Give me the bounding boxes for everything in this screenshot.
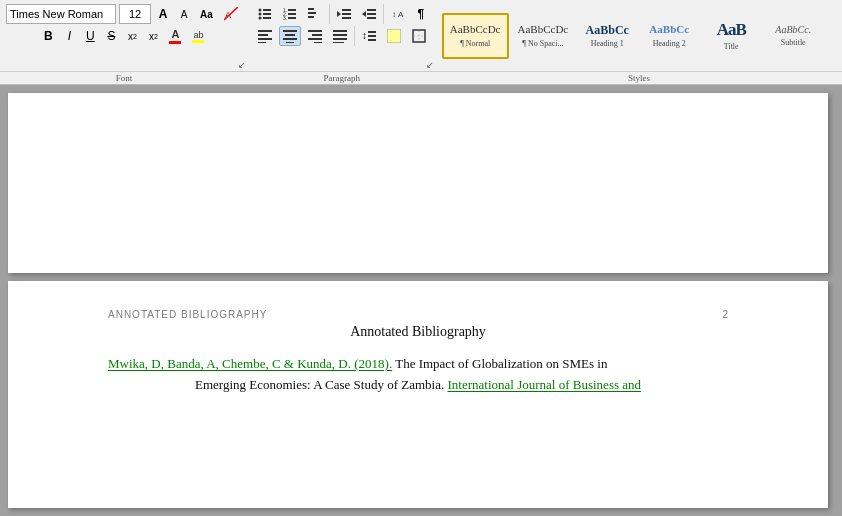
paragraph-expand-btn[interactable]: ↙ (426, 60, 434, 70)
align-center-btn[interactable] (279, 26, 301, 46)
header-text: ANNOTATED BIBLIOGRAPHY (108, 309, 267, 320)
document-area: ANNOTATED BIBLIOGRAPHY 2 Annotated Bibli… (0, 85, 842, 516)
svg-text:↕: ↕ (392, 10, 396, 19)
page-number: 2 (722, 309, 728, 320)
svg-rect-16 (308, 16, 314, 18)
increase-indent-btn[interactable] (358, 4, 380, 24)
page-content[interactable]: Annotated Bibliography Mwika, D, Banda, … (58, 324, 778, 396)
styles-group: AaBbCcDc ¶ Normal AaBbCcDc ¶ No Spaci...… (436, 0, 842, 84)
svg-rect-33 (283, 38, 297, 40)
bib-text-1: The Impact of Globalization on SMEs in (392, 356, 607, 371)
svg-text:A: A (398, 10, 404, 19)
svg-marker-21 (362, 11, 366, 17)
svg-rect-18 (342, 9, 351, 11)
sort-btn[interactable]: ↕A (387, 4, 409, 24)
svg-rect-27 (258, 30, 272, 32)
svg-rect-24 (367, 17, 376, 19)
svg-rect-15 (308, 12, 316, 14)
page-1 (8, 93, 828, 273)
svg-rect-39 (333, 30, 347, 32)
bib-authors: Mwika, D, Banda, A, Chembe, C & Kunda, D… (108, 356, 392, 371)
svg-text:3.: 3. (283, 15, 287, 21)
bib-entry-2[interactable]: Emerging Economies: A Case Study of Zamb… (108, 375, 728, 396)
font-shrink-btn[interactable]: A (175, 4, 193, 24)
italic-btn[interactable]: I (60, 26, 78, 46)
pilcrow-btn[interactable]: ¶ (412, 4, 430, 24)
svg-rect-28 (258, 34, 268, 36)
subscript-btn[interactable]: x2 (123, 26, 141, 46)
font-name-input[interactable] (6, 4, 116, 24)
svg-rect-14 (308, 8, 314, 10)
svg-rect-44 (368, 31, 376, 33)
svg-rect-34 (286, 42, 294, 43)
multilevel-btn[interactable] (304, 4, 326, 24)
decrease-indent-btn[interactable] (333, 4, 355, 24)
svg-rect-13 (288, 17, 296, 19)
borders-btn[interactable] (408, 26, 430, 46)
font-group: A A Aa A B I U S x2 x2 A (0, 0, 248, 84)
page-header: ANNOTATED BIBLIOGRAPHY 2 (58, 301, 778, 324)
style-normal[interactable]: AaBbCcDc ¶ Normal (442, 13, 509, 59)
justify-btn[interactable] (329, 26, 351, 46)
style-title[interactable]: AaB Title (701, 13, 761, 59)
svg-rect-9 (288, 9, 296, 11)
font-grow-btn[interactable]: A (154, 4, 172, 24)
paragraph-group-label: Paragraph (248, 71, 436, 84)
svg-rect-40 (333, 34, 347, 36)
svg-marker-17 (337, 11, 341, 17)
svg-rect-37 (308, 38, 322, 40)
shading-btn[interactable] (383, 26, 405, 46)
svg-rect-42 (333, 42, 344, 43)
font-expand-btn[interactable]: ↙ (238, 60, 246, 70)
change-case-btn[interactable]: Aa (196, 4, 217, 24)
align-right-btn[interactable] (304, 26, 326, 46)
svg-rect-22 (367, 9, 376, 11)
clear-format-btn[interactable]: A (220, 4, 242, 24)
styles-group-label: Styles (436, 71, 842, 84)
svg-rect-31 (283, 30, 297, 32)
svg-rect-47 (387, 29, 401, 43)
bullets-btn[interactable] (254, 4, 276, 24)
align-left-btn[interactable] (254, 26, 276, 46)
svg-rect-5 (263, 13, 271, 15)
svg-rect-20 (342, 17, 351, 19)
ribbon: A A Aa A B I U S x2 x2 A (0, 0, 842, 85)
svg-text:↕: ↕ (362, 30, 367, 41)
svg-rect-7 (263, 17, 271, 19)
svg-rect-11 (288, 13, 296, 15)
style-no-spacing[interactable]: AaBbCcDc ¶ No Spaci... (511, 13, 576, 59)
svg-rect-32 (285, 34, 295, 36)
svg-rect-46 (368, 39, 376, 41)
page-2: ANNOTATED BIBLIOGRAPHY 2 Annotated Bibli… (8, 281, 828, 508)
strikethrough-btn[interactable]: S (102, 26, 120, 46)
style-heading1[interactable]: AaBbCc Heading 1 (577, 13, 637, 59)
bib-journal: International Journal of Business and (448, 377, 642, 392)
svg-point-6 (258, 17, 261, 20)
bold-btn[interactable]: B (39, 26, 57, 46)
svg-rect-36 (312, 34, 322, 36)
font-color-btn[interactable]: A (165, 26, 185, 46)
underline-btn[interactable]: U (81, 26, 99, 46)
svg-rect-30 (258, 42, 266, 43)
style-subtitle[interactable]: AaBbCc. Subtitle (763, 13, 823, 59)
svg-rect-45 (368, 35, 376, 37)
svg-rect-3 (263, 9, 271, 11)
superscript-btn[interactable]: x2 (144, 26, 162, 46)
svg-rect-19 (342, 13, 351, 15)
highlight-btn[interactable]: ab (188, 26, 208, 46)
font-size-input[interactable] (119, 4, 151, 24)
svg-rect-38 (314, 42, 322, 43)
svg-rect-23 (367, 13, 376, 15)
svg-point-2 (258, 9, 261, 12)
svg-rect-29 (258, 38, 272, 40)
svg-rect-41 (333, 38, 347, 40)
numbering-btn[interactable]: 1.2.3. (279, 4, 301, 24)
svg-rect-35 (308, 30, 322, 32)
style-heading2[interactable]: AaBbCc Heading 2 (639, 13, 699, 59)
ribbon-groups: A A Aa A B I U S x2 x2 A (0, 0, 842, 84)
bib-title: Annotated Bibliography (108, 324, 728, 340)
line-spacing-btn[interactable]: ↕ (358, 26, 380, 46)
svg-point-4 (258, 13, 261, 16)
bib-text-2: Emerging Economies: A Case Study of Zamb… (195, 377, 448, 392)
bib-entry-1[interactable]: Mwika, D, Banda, A, Chembe, C & Kunda, D… (108, 354, 728, 375)
